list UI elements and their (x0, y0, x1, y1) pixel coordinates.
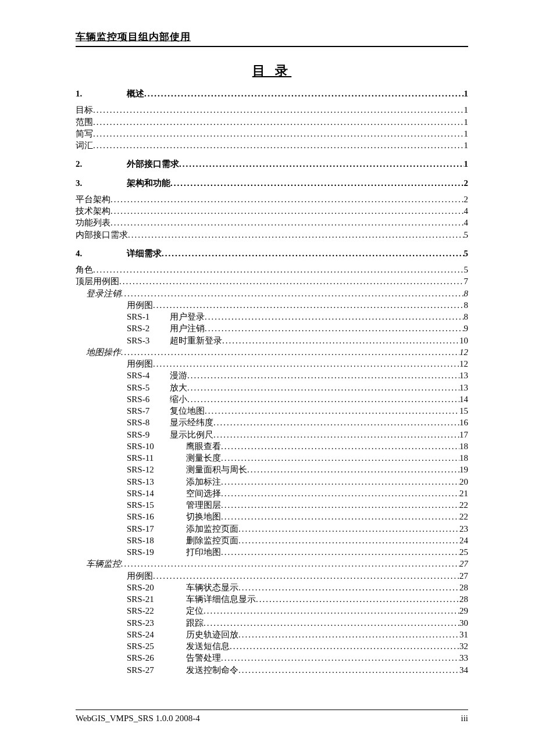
toc-entry: SRS-11测量长度18 (76, 452, 468, 464)
toc-entry: 技术架构4 (76, 205, 468, 217)
toc-entry: SRS-13添加标注20 (76, 476, 468, 488)
page-header: 车辆监控项目组内部使用 (76, 30, 468, 47)
toc-entry: SRS-22定位29 (76, 605, 468, 617)
toc-entry: SRS-27发送控制命令34 (76, 664, 468, 676)
toc-entry: SRS-10鹰眼查看18 (76, 440, 468, 452)
toc-entry: SRS-23跟踪30 (76, 617, 468, 629)
toc-entry: 功能列表4 (76, 217, 468, 228)
toc-group: 地图操作12 (76, 346, 468, 358)
toc-entry: SRS-8显示经纬度16 (76, 417, 468, 428)
toc-title: 目 录 (76, 62, 468, 80)
toc-entry: SRS-4漫游13 (76, 370, 468, 381)
toc-group: 登录注销8 (76, 288, 468, 299)
toc-entry: SRS-18删除监控页面24 (76, 535, 468, 546)
toc-entry: 平台架构2 (76, 194, 468, 205)
toc-entry: SRS-1用户登录8 (76, 311, 468, 323)
toc-entry: 词汇1 (76, 139, 468, 151)
toc-entry: SRS-7复位地图15 (76, 405, 468, 417)
toc-entry: 内部接口需求5 (76, 229, 468, 241)
toc-entry: 用例图12 (76, 358, 468, 370)
toc-entry: SRS-9显示比例尺17 (76, 429, 468, 440)
toc-entry: SRS-24历史轨迹回放31 (76, 629, 468, 640)
toc-entry: 1.概述1 (76, 88, 468, 99)
toc-entry: SRS-5放大13 (76, 382, 468, 393)
toc-entry: 角色5 (76, 264, 468, 275)
page-footer: WebGIS_VMPS_SRS 1.0.0 2008-4 iii (76, 710, 468, 723)
toc-entry: 简写1 (76, 128, 468, 139)
toc-entry: 2.外部接口需求1 (76, 158, 468, 170)
toc-entry: SRS-14空间选择21 (76, 488, 468, 499)
toc-entry: SRS-25发送短信息32 (76, 640, 468, 652)
toc-group: 车辆监控27 (76, 558, 468, 569)
toc-entry: 4.详细需求5 (76, 248, 468, 259)
toc-entry: SRS-15管理图层22 (76, 499, 468, 511)
toc-entry: SRS-3超时重新登录10 (76, 335, 468, 346)
toc-entry: 用例图8 (76, 299, 468, 311)
toc-entry: 目标1 (76, 104, 468, 116)
toc-entry: SRS-2用户注销9 (76, 323, 468, 334)
toc-entry: SRS-20车辆状态显示28 (76, 582, 468, 593)
toc-entry: SRS-6缩小14 (76, 393, 468, 405)
toc-entry: SRS-16切换地图22 (76, 511, 468, 522)
toc-entry: 3.架构和功能2 (76, 177, 468, 189)
toc-entry: SRS-26告警处理33 (76, 652, 468, 664)
toc-entry: 用例图27 (76, 570, 468, 582)
footer-left: WebGIS_VMPS_SRS 1.0.0 2008-4 (76, 714, 200, 723)
toc-entry: SRS-12测量面积与周长19 (76, 464, 468, 475)
toc-entry: SRS-19打印地图25 (76, 546, 468, 558)
table-of-contents: 1.概述1 目标1 范围1 简写1 词汇1 2.外部接口需求1 3.架构和功能2… (76, 88, 468, 676)
toc-entry: 顶层用例图7 (76, 275, 468, 287)
toc-entry: SRS-21车辆详细信息显示28 (76, 593, 468, 605)
footer-page-number: iii (461, 714, 468, 723)
toc-entry: SRS-17添加监控页面23 (76, 523, 468, 535)
toc-entry: 范围1 (76, 116, 468, 128)
header-text: 车辆监控项目组内部使用 (76, 31, 191, 42)
